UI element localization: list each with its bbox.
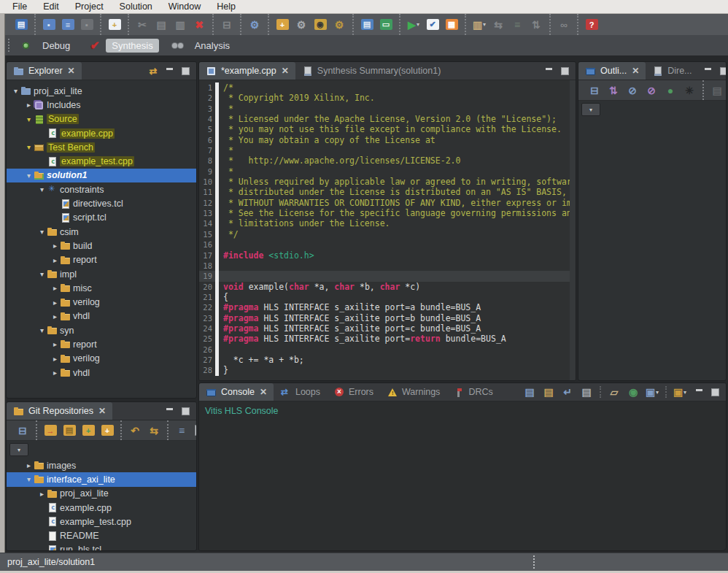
tab-drcs[interactable]: DRCs <box>446 383 499 401</box>
console-output[interactable]: Vitis HLS Console <box>199 401 726 551</box>
run-icon-dropdown[interactable]: ▾ <box>417 21 419 28</box>
hierarchy-toggle-icon[interactable]: ≡ <box>174 423 190 439</box>
menu-file[interactable]: File <box>4 1 35 13</box>
support-icon[interactable]: ? <box>584 17 600 33</box>
code-line-15[interactable]: 15 */ <box>199 229 576 239</box>
minimize-icon[interactable] <box>702 65 715 77</box>
tree-expander-right[interactable]: ▸ <box>24 461 34 469</box>
new-repository-icon[interactable]: + <box>99 423 115 439</box>
code-line-23[interactable]: 23#pragma HLS INTERFACE s_axilite port=b… <box>199 313 576 323</box>
tree-expander-down[interactable]: ▾ <box>24 475 34 483</box>
tab-synthesis-summary-solution1-[interactable]: Synthesis Summary(solution1) <box>295 62 448 80</box>
create-repository-icon[interactable]: + <box>80 423 96 439</box>
tree-item-solution1[interactable]: ▾solution1 <box>7 169 196 182</box>
menu-project[interactable]: Project <box>67 1 112 13</box>
tree-item-source[interactable]: ▾Source <box>7 112 196 126</box>
code-line-19[interactable]: 19 <box>199 271 576 281</box>
code-line-28[interactable]: 28} <box>199 365 576 375</box>
code-line-2[interactable]: 2 * Copyright 2019 Xilinx, Inc. <box>199 93 576 103</box>
tree-item-example-cpp[interactable]: example.cpp <box>7 126 196 140</box>
save-all-icon[interactable]: ≡ <box>60 17 76 33</box>
tree-expander-down[interactable]: ▾ <box>24 115 34 123</box>
keyboard-icon[interactable]: ▤ <box>359 17 375 33</box>
minimize-icon[interactable] <box>163 405 176 417</box>
pin-console-icon[interactable]: ◉ <box>625 384 641 400</box>
tree-item-script-tcl[interactable]: script.tcl <box>7 211 196 225</box>
tree-item-csim[interactable]: ▾csim <box>7 225 196 239</box>
refresh-icon[interactable]: ⇄ <box>147 65 160 77</box>
tree-item-images[interactable]: ▸images <box>7 458 196 472</box>
undo-icon[interactable]: ↶ <box>127 423 143 439</box>
code-line-16[interactable]: 16 <box>199 239 576 250</box>
menu-window[interactable]: Window <box>160 1 209 13</box>
tree-expander-down[interactable]: ▾ <box>37 228 47 236</box>
tree-item-build[interactable]: ▸build <box>7 239 196 253</box>
tree-item-example-test-cpp[interactable]: example_test.cpp <box>7 154 196 168</box>
git-dropdown-button[interactable]: ▾ <box>9 443 28 456</box>
minimize-icon[interactable] <box>163 65 176 77</box>
filter-icon[interactable]: ✳ <box>681 82 697 99</box>
report-icon-dropdown[interactable]: ▾ <box>483 21 486 28</box>
scroll-lock-icon[interactable]: ▤ <box>541 384 557 400</box>
tree-item-constraints[interactable]: ▾constraints <box>7 182 196 196</box>
outline-dropdown-button[interactable]: ▾ <box>581 103 600 116</box>
tree-item-includes[interactable]: ▸Includes <box>7 98 196 112</box>
minimize-icon[interactable] <box>542 65 555 77</box>
code-line-12[interactable]: 12 * WITHOUT WARRANTIES OR CONDITIONS OF… <box>199 198 576 208</box>
tree-expander-right[interactable]: ▸ <box>50 256 60 264</box>
tab-outli-[interactable]: Outli...✕ <box>578 62 646 80</box>
build-gears-icon[interactable]: ⚙ <box>331 17 347 33</box>
code-line-18[interactable]: 18 <box>199 261 576 271</box>
display-console-icon[interactable]: ▣▾ <box>644 384 660 400</box>
code-line-3[interactable]: 3 * <box>199 104 576 114</box>
tree-item-syn[interactable]: ▾syn <box>7 323 196 337</box>
delete-icon[interactable]: ✖ <box>191 17 207 33</box>
tree-expander-right[interactable]: ▸ <box>37 490 47 498</box>
code-line-1[interactable]: 1/* <box>199 82 576 93</box>
open-console-icon[interactable]: ▣▾ <box>672 384 688 400</box>
clear-console-icon[interactable]: ▱ <box>606 384 622 400</box>
tab-loops[interactable]: Loops <box>274 383 327 401</box>
tree-expander-right[interactable]: ▸ <box>50 369 60 377</box>
paste-icon[interactable]: ▥ <box>172 17 188 33</box>
code-editor[interactable]: 1/*2 * Copyright 2019 Xilinx, Inc.3 *4 *… <box>199 80 576 381</box>
open-log-icon[interactable]: ▤ <box>578 384 595 400</box>
tree-item-example-test-cpp[interactable]: example_test.cpp <box>7 515 196 528</box>
hide-fields-icon[interactable]: ⊘ <box>624 82 640 99</box>
new-file-icon[interactable]: + <box>107 17 123 33</box>
tab-dire-[interactable]: Dire... <box>646 62 698 80</box>
tree-item-example-cpp[interactable]: example.cpp <box>7 501 196 515</box>
maximize-icon[interactable] <box>558 65 571 77</box>
status-drag-handle[interactable] <box>533 555 535 569</box>
tree-item-test-bench[interactable]: ▾Test Bench <box>7 140 196 154</box>
perspective-debug[interactable]: Debug <box>17 37 79 54</box>
tab-explorer[interactable]: Explorer ✕ <box>7 62 82 80</box>
report-icon[interactable]: ▥▾ <box>471 17 487 33</box>
hide-static-icon[interactable]: ⊘ <box>643 82 659 99</box>
copy-icon[interactable]: ▤ <box>153 17 169 33</box>
grid-icon[interactable]: ▦ <box>444 17 460 33</box>
code-line-20[interactable]: 20void example(char *a, char *b, char *c… <box>199 282 576 292</box>
tree-item-proj-axi-lite[interactable]: ▾proj_axi_lite <box>7 84 196 98</box>
tree-expander-down[interactable]: ▾ <box>11 87 20 95</box>
tree-item-interface-axi-lite[interactable]: ▾interface_axi_lite <box>7 472 196 486</box>
tab--example-cpp[interactable]: *example.cpp✕ <box>199 62 295 80</box>
editor-scrollbar[interactable] <box>570 80 576 381</box>
code-line-9[interactable]: 9 * <box>199 166 576 177</box>
close-icon[interactable]: ✕ <box>260 387 267 397</box>
tree-expander-right[interactable]: ▸ <box>50 242 60 250</box>
code-line-4[interactable]: 4 * Licensed under the Apache License, V… <box>199 114 576 124</box>
code-line-27[interactable]: 27 *c += *a + *b; <box>199 355 576 365</box>
menu-help[interactable]: Help <box>209 1 244 13</box>
code-line-10[interactable]: 10 * Unless required by applicable law o… <box>199 177 576 187</box>
code-line-11[interactable]: 11 * distributed under the License is di… <box>199 187 576 197</box>
search-icon[interactable]: ∞ <box>556 17 572 33</box>
tab-git-repositories[interactable]: Git Repositories ✕ <box>7 402 112 420</box>
minimize-icon[interactable] <box>692 386 705 398</box>
tree-expander-right[interactable]: ▸ <box>50 340 60 348</box>
tree-item-verilog[interactable]: ▸verilog <box>7 295 196 309</box>
cut-icon[interactable]: ✂ <box>134 17 150 33</box>
code-line-21[interactable]: 21{ <box>199 292 576 302</box>
tree-item-vhdl[interactable]: ▸vhdl <box>7 366 196 380</box>
tree-item-verilog[interactable]: ▸verilog <box>7 352 196 366</box>
